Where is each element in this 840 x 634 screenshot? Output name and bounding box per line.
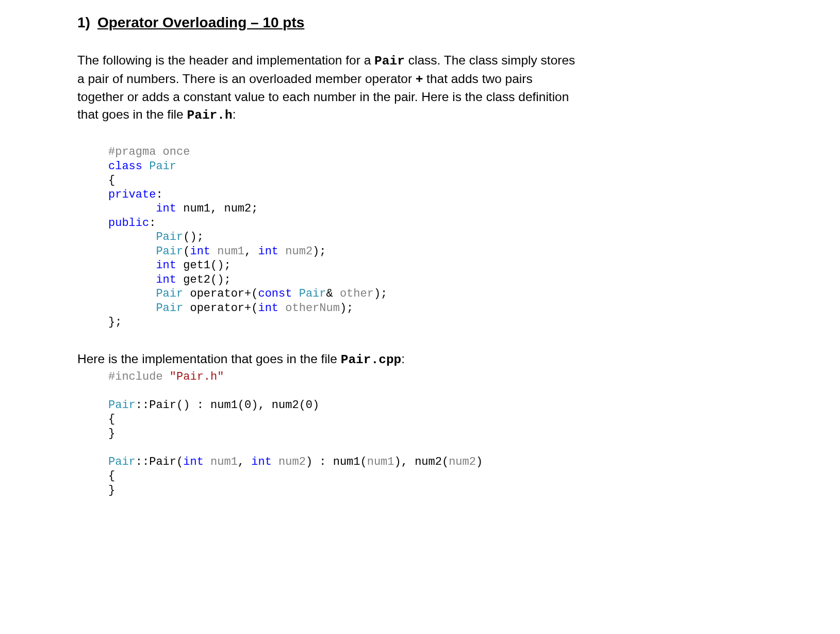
code-token: int <box>156 273 176 286</box>
intro-paragraph: The following is the header and implemen… <box>77 52 578 124</box>
code-token: ), num2( <box>394 456 449 468</box>
code-token: int <box>156 202 176 215</box>
code-token: Pair <box>142 160 176 173</box>
code-token: const <box>258 287 292 300</box>
code-token <box>163 370 170 383</box>
inline-code-pair: Pair <box>374 54 405 68</box>
code-token: int <box>156 259 176 272</box>
code-token <box>204 456 210 468</box>
code-token <box>210 245 217 258</box>
code-token: ); <box>340 302 353 315</box>
code-token: , <box>238 456 251 468</box>
code-token: class <box>108 160 142 173</box>
code-token <box>278 302 285 315</box>
code-token: Pair <box>156 302 183 315</box>
code-token: int <box>190 245 210 258</box>
code-token <box>272 456 278 468</box>
code-block-impl: #include "Pair.h" Pair::Pair() : num1(0)… <box>108 370 763 498</box>
code-token: Pair <box>156 287 183 300</box>
code-line: { <box>108 174 115 187</box>
code-token: ( <box>183 245 190 258</box>
code-token: Pair <box>156 231 183 243</box>
code-token: otherNum <box>285 302 340 315</box>
code-token: num2 <box>278 456 306 468</box>
code-line: #pragma once <box>108 145 190 158</box>
code-token: get1(); <box>176 259 231 272</box>
code-token: int <box>251 456 272 468</box>
code-indent <box>108 231 156 243</box>
code-line: { <box>108 413 115 426</box>
text-part: : <box>401 352 405 366</box>
text-part: Here is the implementation that goes in … <box>77 352 341 366</box>
code-indent <box>108 273 156 286</box>
code-token <box>278 245 285 258</box>
code-token: num1, num2; <box>176 202 258 215</box>
code-line: { <box>108 469 115 482</box>
inline-code-paircpp: Pair.cpp <box>341 353 402 367</box>
code-token: #include <box>108 370 163 383</box>
code-token: num1 <box>210 456 238 468</box>
code-indent <box>108 259 156 272</box>
code-token <box>292 287 299 300</box>
code-indent <box>108 245 156 258</box>
code-token: int <box>258 245 278 258</box>
code-line: } <box>108 484 115 497</box>
code-token: Pair <box>299 287 326 300</box>
code-token: ); <box>312 245 326 258</box>
code-token: (); <box>183 231 204 243</box>
code-token: num1 <box>217 245 244 258</box>
question-heading: 1)Operator Overloading – 10 pts <box>77 14 763 31</box>
code-token: get2(); <box>176 273 231 286</box>
code-line: }; <box>108 316 122 329</box>
code-token: num2 <box>449 456 476 468</box>
code-token: int <box>258 302 278 315</box>
code-indent <box>108 302 156 315</box>
code-block-header: #pragma once class Pair { private: int n… <box>108 145 763 330</box>
text-part: The following is the header and implemen… <box>77 53 374 67</box>
code-token: ::Pair() : num1(0), num2(0) <box>136 399 319 412</box>
question-number: 1) <box>77 14 90 30</box>
code-token: ) : num1( <box>306 456 367 468</box>
code-token: Pair <box>156 245 183 258</box>
impl-intro-paragraph: Here is the implementation that goes in … <box>77 350 578 369</box>
code-token: ) <box>476 456 483 468</box>
code-token: int <box>183 456 204 468</box>
code-token: Pair <box>108 399 136 412</box>
code-token: "Pair.h" <box>170 370 224 383</box>
code-indent <box>108 202 156 215</box>
code-token: operator+( <box>183 287 258 300</box>
code-token: num1 <box>367 456 394 468</box>
code-token: public <box>108 217 149 230</box>
code-token: other <box>340 287 374 300</box>
code-token: : <box>149 217 156 230</box>
question-title: Operator Overloading – 10 pts <box>97 14 304 30</box>
code-token: , <box>244 245 258 258</box>
inline-bold-plus: + <box>416 72 423 86</box>
code-token: private <box>108 188 156 201</box>
code-indent <box>108 287 156 300</box>
inline-code-pairh: Pair.h <box>187 108 232 122</box>
code-token: Pair <box>108 456 136 468</box>
code-token: ::Pair( <box>136 456 183 468</box>
code-token: operator+( <box>183 302 258 315</box>
code-token: & <box>326 287 340 300</box>
text-part: : <box>233 107 236 121</box>
page-container: 1)Operator Overloading – 10 pts The foll… <box>0 0 840 634</box>
code-token: : <box>156 188 162 201</box>
code-line: } <box>108 427 115 440</box>
code-token: num2 <box>285 245 312 258</box>
code-token: ); <box>374 287 387 300</box>
